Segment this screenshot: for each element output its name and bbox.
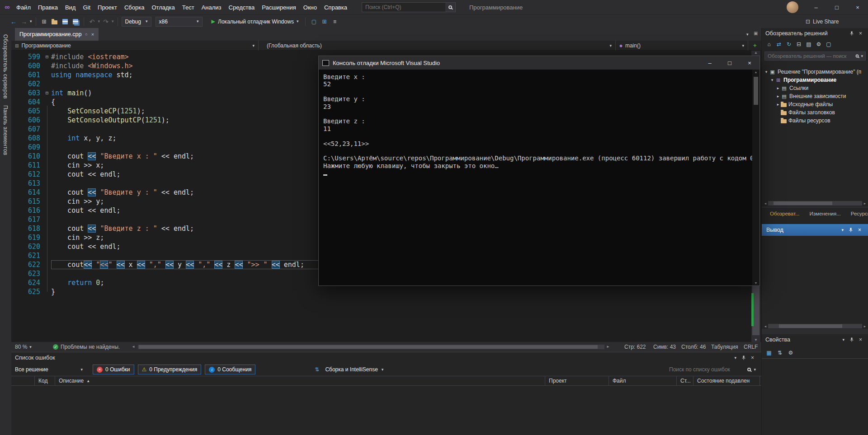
errors-filter-toggle[interactable]: × 0 Ошибки	[93, 365, 134, 374]
menu-item[interactable]: Отладка	[148, 0, 178, 14]
build-filter-dropdown[interactable]: Сборка и IntelliSense ▾	[325, 366, 383, 373]
pin-icon[interactable]	[741, 355, 746, 360]
menu-item[interactable]: Расширения	[258, 0, 300, 14]
error-list-body[interactable]	[11, 386, 761, 435]
scroll-left-icon[interactable]: ◄	[763, 202, 768, 205]
scrollbar-thumb[interactable]	[779, 324, 842, 328]
output-horizontal-scrollbar[interactable]: ◄ ►	[762, 323, 868, 329]
warnings-filter-toggle[interactable]: ⚠ 0 Предупреждения	[138, 365, 202, 374]
start-debugging-button[interactable]: ▶ Локальный отладчик Windows ▾	[208, 17, 302, 27]
properties-panel-body[interactable]	[762, 359, 868, 435]
side-tool-tab[interactable]: Обозреватель серверов	[2, 34, 9, 99]
categorized-icon[interactable]: ▦	[764, 348, 774, 357]
scroll-left-icon[interactable]: ◄	[132, 345, 135, 349]
scrollbar-thumb[interactable]	[774, 201, 832, 205]
tree-item[interactable]: ▾Решение "Программирование" (п	[762, 68, 868, 76]
close-button[interactable]: ×	[847, 0, 868, 14]
minimize-button[interactable]: –	[806, 0, 826, 14]
column-header[interactable]: Состояние подавлен	[693, 376, 760, 386]
caret-down-icon[interactable]: ▾	[861, 54, 863, 58]
column-header[interactable]: Описание▲	[55, 376, 545, 386]
breadcrumb-scope-dropdown[interactable]: (Глобальная область) ▾	[259, 41, 616, 51]
caret-line-indicator[interactable]: Стр: 622	[624, 342, 646, 352]
tree-item[interactable]: ▾Программирование	[762, 76, 868, 84]
tree-item[interactable]: Файлы заголовков	[762, 108, 868, 117]
scroll-right-icon[interactable]: ►	[862, 325, 868, 328]
collapse-all-icon[interactable]: ⊟	[794, 40, 803, 49]
tree-expander-icon[interactable]: ▸	[775, 86, 781, 90]
panel-tab[interactable]: Ресурсы	[847, 208, 868, 219]
caret-down-icon[interactable]: ▾	[754, 368, 756, 372]
tree-expander-icon[interactable]: ▸	[775, 94, 781, 98]
messages-filter-toggle[interactable]: i 0 Сообщения	[205, 365, 255, 374]
tree-expander-icon[interactable]: ▸	[775, 102, 781, 107]
save-icon[interactable]	[61, 17, 70, 26]
navigate-forward-icon[interactable]: →	[19, 17, 28, 26]
scrollbar-thumb[interactable]	[754, 77, 758, 105]
tab-state-icon[interactable]: ○	[85, 32, 87, 37]
error-list-header[interactable]: Список ошибок ▾ ×	[11, 352, 761, 363]
menu-item[interactable]: Сборка	[121, 0, 148, 14]
tree-item[interactable]: ▸Ссылки	[762, 84, 868, 92]
preview-selected-icon[interactable]: ▢	[824, 40, 833, 49]
side-tool-tab[interactable]: Панель элементов	[2, 105, 9, 155]
configuration-dropdown[interactable]: Debug ▾	[122, 17, 151, 27]
tab-list-caret-icon[interactable]: ▾	[746, 33, 749, 37]
indentation-indicator[interactable]: Табуляция	[711, 342, 738, 352]
menu-item[interactable]: Проект	[94, 0, 121, 14]
menu-item[interactable]: Тест	[179, 0, 198, 14]
console-body[interactable]: Введите x :52Введите y :23Введите z :11<…	[319, 70, 752, 285]
column-header[interactable]: Файл	[609, 376, 677, 386]
fold-marker-icon[interactable]: ⊟	[43, 89, 51, 98]
panel-splitter[interactable]	[762, 329, 868, 334]
open-file-icon[interactable]	[50, 17, 59, 26]
column-header[interactable]: Код	[35, 376, 55, 386]
menu-item[interactable]: Правка	[34, 0, 61, 14]
pin-icon[interactable]	[849, 228, 853, 232]
new-project-icon[interactable]: ⊞	[40, 17, 49, 26]
solution-horizontal-scrollbar[interactable]: ◄ ►	[762, 201, 868, 206]
scrollbar-thumb[interactable]	[139, 345, 598, 349]
error-scope-dropdown[interactable]: Все решение ▾	[15, 366, 83, 373]
search-input[interactable]	[362, 4, 445, 10]
maximize-button[interactable]: □	[826, 0, 847, 14]
scroll-right-icon[interactable]: ►	[606, 345, 610, 349]
scroll-right-icon[interactable]: ►	[862, 202, 868, 205]
panel-tab[interactable]: Изменения...	[806, 208, 844, 219]
add-item-icon[interactable]: +	[753, 42, 757, 49]
breadcrumb-project-dropdown[interactable]: ⊞Программирование ▾	[11, 41, 259, 51]
float-window-icon[interactable]: ▣	[754, 31, 758, 36]
platform-dropdown[interactable]: x86 ▾	[156, 17, 203, 27]
solution-search-input[interactable]	[765, 53, 855, 59]
column-header[interactable]: Проект	[545, 376, 609, 386]
pin-icon[interactable]	[849, 337, 854, 342]
severity-column-header[interactable]	[11, 376, 35, 386]
live-share-button[interactable]: ⊡ Live Share	[806, 15, 839, 28]
tab-close-icon[interactable]: ×	[91, 32, 94, 37]
fold-marker-icon[interactable]: ⊟	[43, 52, 51, 61]
menu-item[interactable]: Анализ	[198, 0, 225, 14]
window-menu-caret-icon[interactable]: ▾	[734, 356, 736, 360]
column-header[interactable]: Ст...	[677, 376, 693, 386]
error-search-input[interactable]	[669, 366, 745, 373]
pin-icon[interactable]	[849, 31, 854, 36]
show-all-files-icon[interactable]: ▤	[804, 40, 813, 49]
menu-item[interactable]: Окно	[300, 0, 321, 14]
output-panel-body[interactable]	[762, 236, 868, 323]
caret-down-icon[interactable]: ▾	[30, 19, 32, 23]
switch-views-icon[interactable]: ⇄	[774, 40, 783, 49]
document-tab[interactable]: Программирование.cpp ○ ×	[15, 28, 99, 41]
zoom-dropdown[interactable]: 80 % ▾	[15, 342, 32, 352]
window-menu-caret-icon[interactable]: ▾	[842, 338, 844, 342]
refresh-icon[interactable]: ↻	[784, 40, 793, 49]
solution-platforms-icon[interactable]: ⊞	[320, 17, 329, 26]
scroll-left-icon[interactable]: ◄	[763, 325, 768, 328]
panel-tab[interactable]: Обозреват...	[766, 208, 803, 219]
toolbar-overflow-icon[interactable]: ≡	[330, 17, 339, 26]
search-icon-button[interactable]	[445, 3, 455, 12]
menu-item[interactable]: Файл	[13, 0, 34, 14]
scroll-down-icon[interactable]: ▼	[752, 281, 760, 285]
document-health-indicator[interactable]: ✓ Проблемы не найдены.	[53, 342, 120, 352]
menu-item[interactable]: Git	[79, 0, 94, 14]
solution-explorer-header[interactable]: Обозреватель решений ×	[762, 28, 868, 39]
